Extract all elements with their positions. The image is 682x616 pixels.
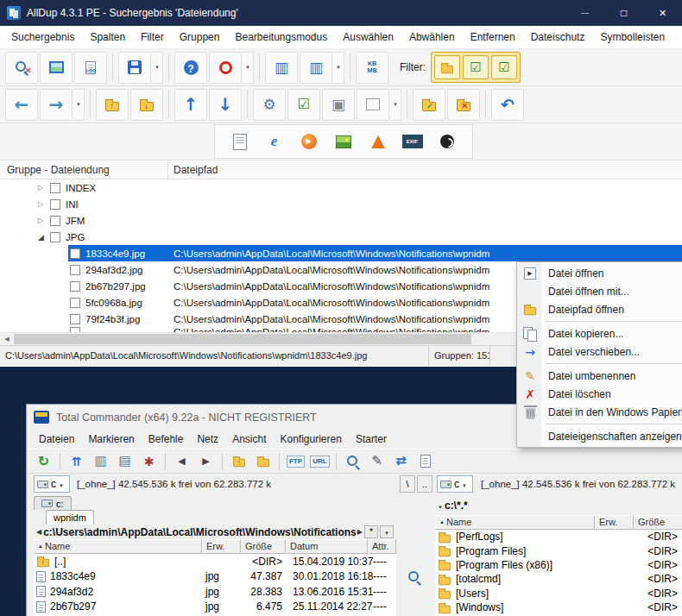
menu-filter[interactable]: Filter	[133, 31, 172, 43]
menu-item-datei-verschieben[interactable]: Datei verschieben...	[517, 343, 682, 361]
right-drive-combo[interactable]: c	[437, 475, 473, 493]
filter-folder-button[interactable]	[434, 55, 460, 79]
ftp-connect-button[interactable]: FTP	[284, 450, 307, 472]
tc-dir-row[interactable]: [Windows] <DIR>	[435, 600, 682, 614]
tc-menu-markieren[interactable]: Markieren	[81, 433, 141, 445]
menu-item-datei-loeschen[interactable]: Datei löschen	[517, 385, 682, 403]
file-checkbox[interactable]	[70, 314, 80, 324]
tc-dir-row[interactable]: [Users] <DIR>	[435, 587, 682, 600]
vertical-panes-button[interactable]	[89, 450, 112, 472]
export-button[interactable]	[40, 52, 73, 84]
settings-button[interactable]	[253, 89, 286, 121]
file-checkbox[interactable]	[70, 281, 80, 292]
tc-dir-row[interactable]: [totalcmd] <DIR>	[435, 572, 682, 586]
file-row-selected[interactable]: 1833c4e9.jpg C:\Users\admin\AppData\Loca…	[0, 245, 682, 261]
refresh-button[interactable]	[32, 450, 55, 472]
group-row-jpg[interactable]: JPG	[0, 229, 682, 245]
columns-alt-button[interactable]	[300, 52, 332, 84]
expand-icon[interactable]	[38, 200, 50, 208]
tc-file-row[interactable]: 1833c4e9 jpg 47.387 30.01.2018 16:18 ---…	[34, 569, 396, 585]
menu-gruppen[interactable]: Gruppen	[172, 31, 228, 43]
folder-down-button[interactable]	[130, 89, 163, 121]
root-dir-button[interactable]: \	[400, 475, 415, 493]
undo-button[interactable]	[491, 89, 524, 121]
tc-file-row[interactable]: 294af3d2 jpg 28.383 13.06.2016 15:31 ---…	[34, 584, 396, 600]
tc-menu-dateien[interactable]: Dateien	[32, 433, 81, 445]
menu-item-dateipfad-oeffnen[interactable]: Dateipfad öffnen	[517, 300, 682, 318]
forward-dropdown-arrow[interactable]	[73, 89, 85, 121]
columns-dropdown-arrow[interactable]	[333, 52, 344, 84]
power-dropdown-arrow[interactable]	[243, 52, 254, 84]
selection-menu-button[interactable]	[357, 89, 389, 121]
menu-item-datei-umbenennen[interactable]: Datei umbenennen	[517, 367, 682, 385]
maximize-button[interactable]	[604, 0, 643, 26]
select-all-button[interactable]	[287, 89, 320, 121]
dir-tree-button[interactable]	[251, 450, 275, 472]
folder-select-button[interactable]	[413, 89, 445, 121]
menu-suchergebnis[interactable]: Suchergebnis	[3, 31, 82, 43]
menu-dateischutz[interactable]: Dateischutz	[523, 31, 593, 43]
search-button[interactable]	[341, 450, 364, 472]
search-files-button[interactable]	[403, 567, 426, 588]
file-checkbox[interactable]	[70, 265, 80, 275]
forward-button[interactable]	[40, 89, 73, 121]
tc-menu-konfigurieren[interactable]: Konfigurieren	[273, 433, 348, 445]
menu-abwaehlen[interactable]: Abwählen	[401, 31, 463, 43]
group-checkbox[interactable]	[50, 183, 60, 193]
header-erw[interactable]: Erw.	[202, 539, 241, 554]
columns-view-button[interactable]	[265, 52, 298, 84]
tc-file-row[interactable]: 2b67b297 jpg 6.475 25.11.2014 22:27 ----	[34, 600, 396, 615]
favorites-button[interactable]	[137, 450, 161, 472]
move-up-button[interactable]	[174, 89, 207, 121]
menu-item-datei-oeffnen[interactable]: Datei öffnen	[517, 264, 682, 282]
path-dropdown-icon[interactable]	[438, 500, 443, 512]
tc-menu-befehle[interactable]: Befehle	[142, 433, 191, 445]
left-drive-combo[interactable]: c	[34, 475, 70, 493]
tc-menu-netz[interactable]: Netz	[190, 433, 225, 445]
collapse-icon[interactable]	[38, 233, 50, 242]
up-dirs-button[interactable]	[65, 450, 88, 472]
tab-wpnidm[interactable]: wpnidm	[46, 510, 94, 525]
history-forward-button[interactable]	[194, 450, 218, 472]
help-button[interactable]	[174, 52, 207, 84]
selection-dropdown-arrow[interactable]	[390, 89, 401, 121]
sync-dirs-button[interactable]	[389, 450, 413, 472]
header-name[interactable]: Name	[435, 515, 595, 530]
file-checkbox[interactable]	[70, 248, 80, 259]
move-down-button[interactable]	[209, 89, 242, 121]
open-with-imageviewer-button[interactable]	[329, 128, 358, 155]
open-with-notepad-button[interactable]	[225, 128, 255, 155]
open-with-ie-button[interactable]	[260, 128, 289, 155]
header-groesse[interactable]: Größe	[241, 539, 286, 554]
path-history-button[interactable]	[380, 525, 394, 538]
open-with-exif-button[interactable]: EXIF	[398, 128, 427, 155]
tc-dir-row[interactable]: [Program Files (x86)] <DIR>	[435, 558, 682, 572]
header-erw[interactable]: Erw.	[595, 515, 634, 530]
notes-button[interactable]	[414, 450, 437, 472]
group-checkbox[interactable]	[50, 232, 60, 242]
scroll-left-arrow[interactable]	[0, 333, 14, 345]
expand-icon[interactable]	[38, 217, 50, 224]
horizontal-panes-button[interactable]	[113, 450, 136, 472]
open-with-vlc-button[interactable]	[363, 128, 393, 155]
tc-file-row-parent[interactable]: [..] <DIR> 15.04.2019 10:37 ----	[34, 554, 396, 569]
filter-checked-alt-button[interactable]	[491, 55, 517, 79]
log-button[interactable]: LOG	[74, 52, 107, 84]
folder-up-button[interactable]	[96, 89, 129, 121]
close-button[interactable]	[643, 0, 682, 26]
tab-c-drive[interactable]: c:	[34, 496, 72, 510]
tc-menu-starter[interactable]: Starter	[349, 433, 394, 445]
parent-dir-button[interactable]: ..	[417, 475, 433, 493]
group-checkbox[interactable]	[50, 199, 60, 210]
expand-icon[interactable]	[38, 184, 50, 192]
filter-checked-button[interactable]	[463, 55, 489, 79]
file-checkbox[interactable]	[70, 298, 80, 308]
open-with-mediaplayer-button[interactable]	[294, 128, 324, 155]
tc-dir-row[interactable]: [PerfLogs] <DIR>	[435, 530, 682, 544]
menu-symbolleisten[interactable]: Symbolleisten	[592, 31, 673, 43]
favorites-star-button[interactable]: *	[364, 525, 378, 538]
header-attr[interactable]: Attr.	[368, 539, 396, 554]
path-scroll-right-icon[interactable]	[357, 529, 363, 536]
header-name[interactable]: Name	[34, 539, 202, 554]
kb-mb-button[interactable]: KBMB	[356, 52, 388, 84]
